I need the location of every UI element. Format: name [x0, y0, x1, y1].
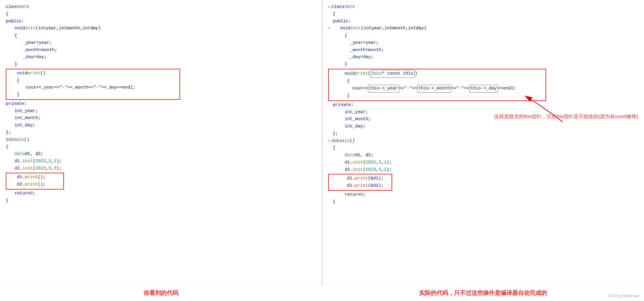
- code-line: d2.print();: [8, 181, 62, 188]
- code-line: int _day;: [6, 122, 316, 129]
- left-code: class date { public: void init(int year,…: [6, 3, 316, 204]
- code-line: int _day;: [328, 123, 638, 130]
- print-section-left: void print() { cout << _year << "-" << _…: [6, 69, 180, 100]
- code-line: return 0;: [6, 190, 316, 197]
- code-line: void print(date* const this): [331, 70, 544, 78]
- code-line: }: [328, 61, 638, 68]
- left-label: 你看到的代码: [0, 289, 322, 297]
- code-line: {: [8, 77, 178, 84]
- code-line: int _year;: [6, 108, 316, 115]
- code-line: _month = month;: [328, 47, 638, 54]
- right-label: 实际的代码，只不过这些操作是编译器自动完成的: [322, 289, 644, 297]
- code-line: private:: [328, 102, 638, 109]
- code-line: {: [331, 78, 544, 85]
- watermark: CSDN @梦吃dream: [608, 294, 639, 299]
- code-line: d2.print(&d2);: [331, 182, 390, 190]
- call-section-left: d1.print(); d2.print();: [6, 173, 64, 190]
- code-line: int main(): [6, 136, 316, 144]
- code-line: cout << _year << "-" << _month << "-" <<…: [8, 84, 178, 91]
- code-line: void print(): [8, 70, 178, 77]
- code-line: _year = year;: [328, 39, 638, 47]
- print-section-right: void print(date* const this) { cout << t…: [328, 69, 546, 101]
- code-line: }: [8, 91, 178, 99]
- right-panel: ⊟class date { public: ⊟void init(int yea…: [322, 0, 644, 285]
- code-line: _day = day;: [328, 54, 638, 61]
- code-line: d2.init(2023, 5, 2);: [6, 165, 316, 172]
- code-line: {: [328, 145, 638, 152]
- bottom-labels: 你看到的代码 实际的代码，只不过这些操作是编译器自动完成的: [0, 285, 644, 301]
- code-line: cout << this->_year << "-" << this->_mon…: [331, 85, 544, 93]
- code-line: };: [328, 130, 638, 138]
- code-line: }: [6, 61, 316, 68]
- code-line: _month = month;: [6, 47, 316, 54]
- code-line: ⊟int main(): [328, 138, 638, 145]
- code-line: ⊟void init(int year, int month, int day): [328, 25, 638, 32]
- code-line: ⊟class date: [328, 3, 638, 11]
- code-line: public:: [328, 18, 638, 25]
- code-line: {: [328, 32, 638, 39]
- code-line: }: [6, 197, 316, 205]
- code-line: {: [6, 32, 316, 39]
- annotation-arrow: [516, 90, 574, 125]
- code-line: date d1, d2;: [328, 152, 638, 159]
- code-line: {: [6, 11, 316, 18]
- right-code: ⊟class date { public: ⊟void init(int yea…: [328, 3, 638, 206]
- code-line: }: [331, 93, 544, 100]
- code-line: d2.init(2023, 5, 2);: [328, 166, 638, 174]
- code-line: d1.print(&d1);: [331, 175, 390, 182]
- code-line: int _month;: [6, 115, 316, 122]
- code-line: public:: [6, 18, 316, 25]
- call-section-right: d1.print(&d1); d2.print(&d2);: [328, 174, 392, 191]
- code-line: return 0;: [328, 191, 638, 199]
- code-line: d1.init(2022, 5, 1);: [6, 158, 316, 165]
- code-line: private:: [6, 100, 316, 108]
- left-panel: class date { public: void init(int year,…: [0, 0, 322, 285]
- code-line: d1.print();: [8, 174, 62, 181]
- code-line: {: [6, 143, 316, 151]
- code-line: };: [6, 129, 316, 136]
- code-line: _day = day;: [6, 54, 316, 61]
- code-line: date d1, d2;: [6, 151, 316, 158]
- code-line: class date: [6, 3, 316, 11]
- code-line: }: [328, 199, 638, 206]
- code-line: void init(int year, int month, int day): [6, 25, 316, 32]
- code-line: {: [328, 11, 638, 18]
- code-line: d1.init(2022, 5, 1);: [328, 159, 638, 166]
- code-line: _year = year;: [6, 39, 316, 47]
